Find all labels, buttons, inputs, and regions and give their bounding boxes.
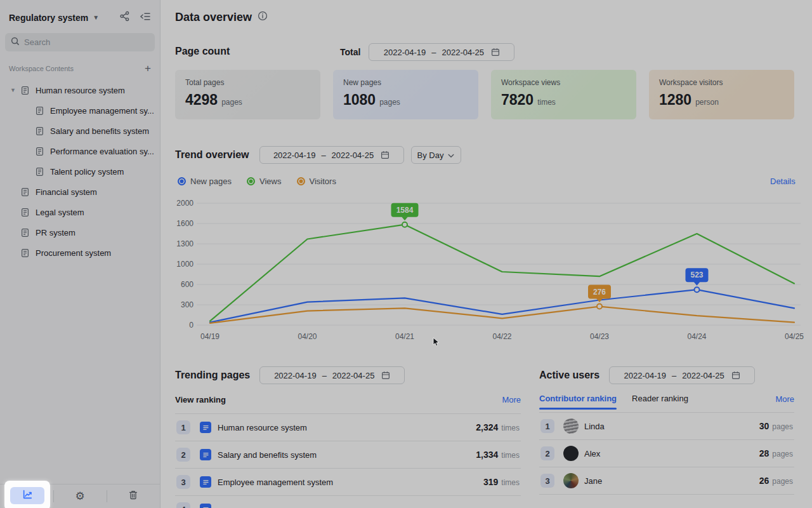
- data-overview-screen: { "colors": { "accent": "#3370ff", "gree…: [0, 0, 812, 508]
- dim-overlay: [0, 0, 812, 508]
- analytics-button-highlight[interactable]: [10, 487, 44, 504]
- analytics-chart-icon: [22, 489, 33, 502]
- analytics-spotlight[interactable]: [4, 481, 50, 508]
- mouse-cursor: [433, 337, 440, 350]
